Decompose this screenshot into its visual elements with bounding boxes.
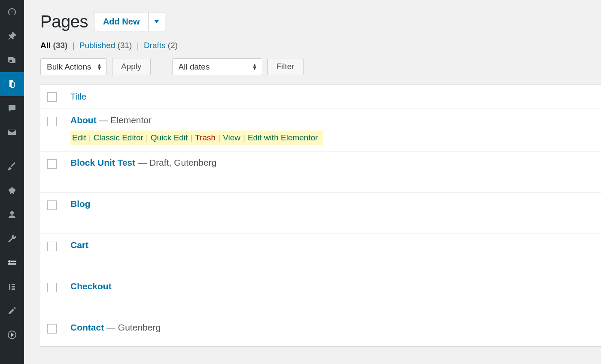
page-meta: — Draft, Gutenberg: [135, 158, 216, 167]
row-actions: Edit|Classic Editor|Quick Edit|Trash|Vie…: [70, 130, 323, 145]
page-meta: — Elementor: [97, 115, 152, 125]
sidebar-item-settings[interactable]: [0, 251, 24, 275]
sidebar-item-elementor[interactable]: [0, 275, 24, 299]
dashboard-icon: [7, 7, 17, 17]
main-content: Pages Add New All (33) | Published (31) …: [24, 0, 601, 364]
table-row: Block Unit Test — Draft, Gutenberg: [40, 152, 601, 193]
row-checkbox[interactable]: [47, 283, 57, 292]
row-title: About — Elementor: [70, 115, 323, 125]
sidebar-item-tools[interactable]: [0, 227, 24, 251]
action-trash[interactable]: Trash: [195, 133, 216, 142]
sidebar-item-appearance[interactable]: [0, 155, 24, 179]
row-checkbox[interactable]: [47, 159, 57, 169]
action-quick-edit[interactable]: Quick Edit: [151, 133, 188, 142]
mail-icon: [7, 127, 17, 137]
sidebar-item-posts[interactable]: [0, 24, 24, 48]
action-view[interactable]: View: [223, 133, 240, 142]
pin-icon: [7, 31, 17, 41]
admin-sidebar: [0, 0, 24, 364]
table-row: Cart: [40, 234, 601, 275]
elementor-icon: [7, 282, 17, 292]
row-checkbox[interactable]: [47, 324, 57, 334]
chevron-down-icon: [155, 20, 159, 23]
filter-all[interactable]: All (33): [40, 41, 67, 50]
row-checkbox[interactable]: [47, 117, 57, 126]
page-meta: — Gutenberg: [104, 322, 161, 332]
svg-rect-0: [9, 284, 10, 290]
sidebar-item-mail[interactable]: [0, 120, 24, 144]
page-title: Pages: [40, 12, 88, 31]
brush-icon: [7, 161, 17, 172]
sidebar-item-comments[interactable]: [0, 96, 24, 120]
page-title-link[interactable]: Contact: [70, 322, 104, 332]
table-row: Contact — Gutenberg: [40, 316, 601, 346]
row-title: Checkout: [70, 281, 112, 291]
add-new-group: Add New: [94, 12, 166, 31]
table-header: Title: [40, 85, 601, 109]
column-header-title[interactable]: Title: [70, 92, 86, 102]
status-filters: All (33) | Published (31) | Drafts (2): [40, 41, 601, 50]
table-row: About — Elementor Edit|Classic Editor|Qu…: [40, 109, 601, 152]
sidebar-item-edit[interactable]: [0, 299, 24, 323]
select-all-checkbox[interactable]: [47, 92, 57, 102]
page-header: Pages Add New: [40, 12, 601, 31]
action-classic-editor[interactable]: Classic Editor: [94, 133, 143, 142]
svg-rect-2: [12, 286, 15, 288]
apply-button[interactable]: Apply: [112, 58, 151, 75]
bulk-actions-select[interactable]: Bulk Actions: [40, 58, 107, 75]
settings-icon: [7, 258, 17, 268]
sidebar-item-users[interactable]: [0, 203, 24, 227]
collapse-icon: [7, 330, 17, 340]
sidebar-item-plugins[interactable]: [0, 179, 24, 203]
filter-drafts[interactable]: Drafts (2): [144, 41, 178, 50]
edit-icon: [7, 306, 17, 316]
sidebar-item-dashboard[interactable]: [0, 0, 24, 24]
plugins-icon: [7, 185, 17, 196]
controls-row: Bulk Actions ▲▼ Apply All dates ▲▼ Filte…: [40, 58, 601, 75]
row-title: Contact — Gutenberg: [70, 322, 161, 333]
media-icon: [7, 55, 17, 65]
tools-icon: [7, 234, 17, 244]
pages-icon: [7, 79, 17, 89]
page-title-link[interactable]: Cart: [70, 240, 88, 250]
row-checkbox[interactable]: [47, 200, 57, 210]
add-new-button[interactable]: Add New: [94, 12, 149, 31]
row-checkbox[interactable]: [47, 242, 57, 251]
action-edit-elementor[interactable]: Edit with Elementor: [248, 133, 318, 142]
table-row: Checkout: [40, 275, 601, 316]
svg-rect-1: [12, 284, 15, 285]
page-title-link[interactable]: Blog: [70, 199, 91, 209]
row-title: Block Unit Test — Draft, Gutenberg: [70, 158, 216, 168]
page-title-link[interactable]: Checkout: [70, 281, 112, 291]
users-icon: [7, 209, 17, 220]
page-title-link[interactable]: About: [70, 115, 97, 125]
page-title-link[interactable]: Block Unit Test: [70, 158, 135, 167]
add-new-dropdown-button[interactable]: [149, 12, 165, 31]
sidebar-item-media[interactable]: [0, 48, 24, 72]
sidebar-item-pages[interactable]: [0, 72, 24, 96]
sidebar-item-collapse[interactable]: [0, 323, 24, 347]
filter-button[interactable]: Filter: [267, 58, 304, 75]
date-filter-select[interactable]: All dates: [172, 58, 262, 75]
row-title: Cart: [70, 240, 88, 250]
svg-rect-3: [12, 288, 15, 290]
filter-published[interactable]: Published (31): [79, 41, 132, 50]
comments-icon: [7, 103, 17, 113]
pages-table: Title About — Elementor Edit|Classic Edi…: [40, 85, 601, 347]
row-title: Blog: [70, 199, 91, 209]
table-row: Blog: [40, 193, 601, 234]
action-edit[interactable]: Edit: [72, 133, 86, 142]
